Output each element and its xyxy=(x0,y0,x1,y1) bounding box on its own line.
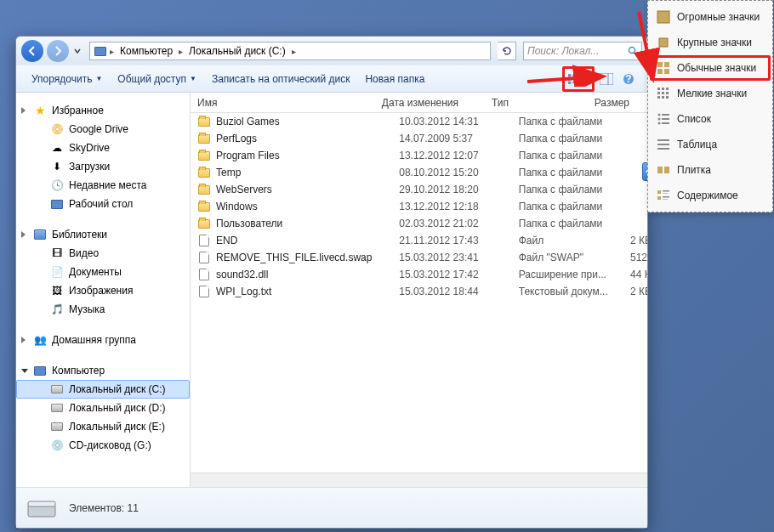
view-option-item[interactable]: Крупные значки xyxy=(650,30,771,55)
file-icon xyxy=(197,234,211,247)
file-row[interactable]: Temp08.10.2012 15:20Папка с файлами xyxy=(191,164,647,181)
nav-homegroup-header[interactable]: 👥 Домашняя группа xyxy=(16,331,190,349)
sidebar-item-google-drive[interactable]: 📀Google Drive xyxy=(16,120,190,139)
star-icon: ★ xyxy=(33,104,47,117)
preview-pane-button[interactable] xyxy=(596,70,617,88)
expander-icon[interactable] xyxy=(21,337,26,343)
file-row[interactable]: sound32.dll15.03.2012 17:42Расширение пр… xyxy=(191,266,647,283)
svg-rect-16 xyxy=(657,62,663,67)
view-option-item[interactable]: Плитка xyxy=(650,157,771,183)
view-option-item[interactable]: Обычные значки xyxy=(650,55,771,81)
svg-rect-44 xyxy=(663,196,669,198)
share-button[interactable]: Общий доступ ▼ xyxy=(111,70,203,88)
chevron-down-icon xyxy=(583,76,589,82)
svg-rect-30 xyxy=(662,114,669,116)
sidebar-item-cd-drive[interactable]: 💿CD-дисковод (G:) xyxy=(16,436,190,455)
nav-computer-header[interactable]: Компьютер xyxy=(16,361,190,380)
svg-rect-41 xyxy=(663,190,669,192)
folder-icon xyxy=(197,166,211,179)
svg-rect-27 xyxy=(662,96,664,99)
file-name: REMOVE_THIS_FILE.livecd.swap xyxy=(216,252,372,263)
file-row[interactable]: WebServers29.10.2012 18:20Папка с файлам… xyxy=(191,181,647,198)
view-option-item[interactable]: Мелкие значки xyxy=(650,81,771,106)
sidebar-item-music[interactable]: 🎵Музыка xyxy=(16,300,190,319)
sidebar-item-disk-c[interactable]: Локальный диск (C:) xyxy=(16,380,190,399)
nav-history-dropdown[interactable] xyxy=(72,48,83,54)
expander-icon[interactable] xyxy=(21,369,28,373)
file-size: 2 КБ xyxy=(623,235,647,246)
organize-button[interactable]: Упорядочить ▼ xyxy=(25,70,109,88)
view-options-button[interactable] xyxy=(562,66,595,92)
breadcrumb-segment[interactable]: Локальный диск (C:) xyxy=(185,43,289,59)
view-option-item[interactable]: Список xyxy=(650,106,771,132)
svg-line-1 xyxy=(635,53,637,55)
svg-rect-20 xyxy=(657,88,660,90)
column-size[interactable]: Размер xyxy=(588,93,647,112)
desktop-icon xyxy=(50,197,64,211)
svg-rect-19 xyxy=(664,69,669,74)
file-row[interactable]: END21.11.2012 17:43Файл2 КБ xyxy=(191,232,647,249)
breadcrumb-segment[interactable]: Компьютер xyxy=(117,43,176,59)
column-date[interactable]: Дата изменения xyxy=(375,93,485,112)
file-name: Buziol Games xyxy=(216,116,280,127)
view-option-item[interactable]: Содержимое xyxy=(650,183,771,208)
burn-button[interactable]: Записать на оптический диск xyxy=(205,70,357,88)
sidebar-item-documents[interactable]: 📄Документы xyxy=(16,263,190,281)
file-name: Windows xyxy=(216,201,258,212)
file-row[interactable]: REMOVE_THIS_FILE.livecd.swap15.03.2012 2… xyxy=(191,249,647,266)
view-mode-icon xyxy=(657,112,670,126)
file-row[interactable]: Buziol Games10.03.2012 14:31Папка с файл… xyxy=(191,113,647,130)
view-option-item[interactable]: Таблица xyxy=(650,132,771,157)
sidebar-item-videos[interactable]: 🎞Видео xyxy=(16,244,190,263)
file-date: 14.07.2009 5:37 xyxy=(392,133,512,144)
file-list[interactable]: Buziol Games10.03.2012 14:31Папка с файл… xyxy=(191,113,647,473)
svg-rect-3 xyxy=(572,74,578,76)
view-option-label: Таблица xyxy=(677,139,717,150)
scrollbar-horizontal[interactable] xyxy=(191,473,647,487)
svg-rect-8 xyxy=(600,73,613,85)
view-option-label: Плитка xyxy=(677,164,711,176)
disk-icon xyxy=(50,420,64,433)
view-option-label: Крупные значки xyxy=(677,37,752,48)
new-folder-button[interactable]: Новая папка xyxy=(358,70,431,88)
file-type: Папка с файлами xyxy=(512,150,623,161)
arrow-left-icon xyxy=(27,46,37,56)
svg-rect-14 xyxy=(657,11,669,23)
file-name: Program Files xyxy=(216,150,280,161)
svg-rect-5 xyxy=(572,78,578,80)
chevron-right-icon: ▸ xyxy=(107,47,117,56)
sidebar-item-pictures[interactable]: 🖼Изображения xyxy=(16,281,190,300)
view-option-item[interactable]: Огромные значки xyxy=(650,4,771,30)
sidebar-item-disk-d[interactable]: Локальный диск (D:) xyxy=(16,399,190,417)
view-option-label: Огромные значки xyxy=(677,11,760,23)
column-name[interactable]: Имя xyxy=(191,93,375,112)
nav-forward-button[interactable] xyxy=(47,40,69,62)
column-type[interactable]: Тип xyxy=(485,93,588,112)
search-input[interactable]: Поиск: Локал... xyxy=(523,42,642,60)
sidebar-item-recent[interactable]: 🕓Недавние места xyxy=(16,176,190,195)
expander-icon[interactable] xyxy=(21,107,26,114)
file-row[interactable]: Program Files13.12.2012 12:07Папка с фай… xyxy=(191,147,647,164)
help-button[interactable]: ? xyxy=(618,70,639,88)
view-options-icon xyxy=(568,73,581,85)
file-row[interactable]: PerfLogs14.07.2009 5:37Папка с файлами xyxy=(191,130,647,147)
chevron-down-icon: ▼ xyxy=(190,75,196,82)
nav-back-button[interactable] xyxy=(21,40,43,62)
refresh-button[interactable] xyxy=(498,42,516,60)
sidebar-item-desktop[interactable]: Рабочий стол xyxy=(16,195,190,213)
arrow-right-icon xyxy=(53,46,63,56)
sidebar-item-downloads[interactable]: ⬇Загрузки xyxy=(16,157,190,176)
file-row[interactable]: WPI_Log.txt15.03.2012 18:44Текстовый док… xyxy=(191,283,647,300)
file-type: Файл xyxy=(512,235,623,246)
folder-icon xyxy=(197,183,211,196)
expander-icon[interactable] xyxy=(21,231,26,238)
navigation-pane[interactable]: ★ Избранное 📀Google Drive ☁SkyDrive ⬇Заг… xyxy=(16,93,191,487)
sidebar-item-skydrive[interactable]: ☁SkyDrive xyxy=(16,139,190,157)
file-name: END xyxy=(216,235,237,246)
sidebar-item-disk-e[interactable]: Локальный диск (E:) xyxy=(16,417,190,436)
address-bar[interactable]: ▸ Компьютер ▸ Локальный диск (C:) ▸ xyxy=(89,42,491,60)
nav-favorites-header[interactable]: ★ Избранное xyxy=(16,101,190,120)
nav-libraries-header[interactable]: Библиотеки xyxy=(16,225,190,244)
file-row[interactable]: Windows13.12.2012 12:18Папка с файлами xyxy=(191,198,647,215)
file-row[interactable]: Пользователи02.03.2012 21:02Папка с файл… xyxy=(191,215,647,232)
